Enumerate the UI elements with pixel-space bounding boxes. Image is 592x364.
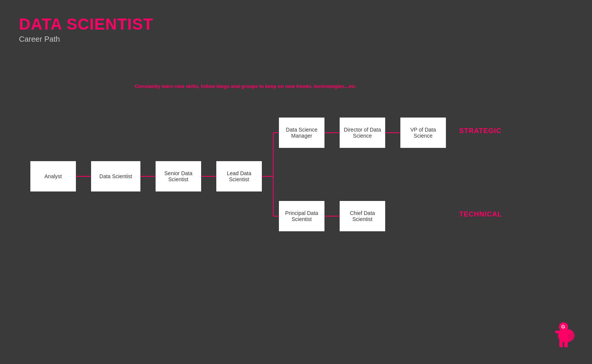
analyst-box: Analyst (30, 161, 76, 191)
logo-svg: G (550, 318, 577, 353)
logo: G (550, 318, 577, 353)
principal-data-scientist-box: Principal Data Scientist (279, 201, 324, 231)
svg-rect-22 (559, 340, 563, 347)
strategic-label: STRATEGIC (459, 127, 502, 135)
header: DATA SCIENTIST Career Path (19, 15, 153, 44)
director-data-science-box: Director of Data Science (340, 118, 385, 148)
svg-text:G: G (561, 324, 565, 329)
tagline-text: Constantly learn new skills, follow blog… (135, 83, 356, 89)
data-scientist-box: Data Scientist (91, 161, 140, 191)
career-diagram: Analyst Data Scientist Senior Data Scien… (15, 102, 546, 224)
senior-data-scientist-box: Senior Data Scientist (156, 161, 201, 191)
svg-rect-24 (555, 331, 560, 333)
page-title: DATA SCIENTIST (19, 15, 153, 33)
page-subtitle: Career Path (19, 35, 153, 44)
chief-data-scientist-box: Chief Data Scientist (340, 201, 385, 231)
svg-rect-23 (564, 340, 568, 347)
svg-rect-20 (559, 330, 568, 341)
technical-label: TECHNICAL (459, 210, 502, 218)
data-science-manager-box: Data Science Manager (279, 118, 324, 148)
svg-rect-25 (567, 331, 572, 333)
lead-data-scientist-box: Lead Data Scientist (216, 161, 262, 191)
vp-data-science-box: VP of Data Science (400, 118, 446, 148)
